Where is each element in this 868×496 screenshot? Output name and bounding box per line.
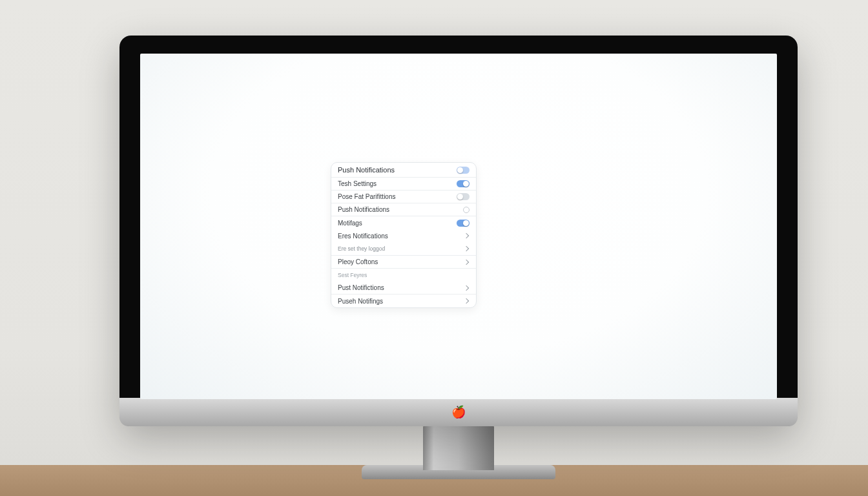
row-label: Eres Notifications bbox=[338, 232, 388, 240]
monitor-chin: 🍎 bbox=[119, 398, 798, 426]
monitor-stand-neck bbox=[423, 425, 494, 470]
toggle-switch[interactable] bbox=[457, 193, 470, 200]
row-label: Push Notifications bbox=[338, 206, 389, 213]
settings-row: Sest Feyres bbox=[331, 269, 476, 282]
settings-row: Push Notifications bbox=[331, 203, 476, 216]
row-label: Motifags bbox=[338, 220, 362, 227]
toggle-knob bbox=[457, 167, 463, 173]
row-label: Push Notifications bbox=[338, 166, 395, 174]
toggle-switch[interactable] bbox=[457, 167, 470, 174]
row-label: Ere set they loggod bbox=[338, 245, 385, 252]
settings-row[interactable]: Pust Notifictions bbox=[331, 282, 476, 294]
chevron-right-icon bbox=[464, 246, 469, 251]
chevron-right-icon bbox=[464, 259, 469, 264]
toggle-switch[interactable] bbox=[457, 220, 470, 227]
apple-logo-icon: 🍎 bbox=[451, 405, 466, 419]
settings-row[interactable]: Pleoy Coftons bbox=[331, 256, 476, 269]
chevron-right-icon bbox=[464, 298, 469, 304]
row-label: Tesh Settings bbox=[338, 180, 377, 187]
settings-row: Tesh Settings bbox=[331, 178, 476, 191]
settings-row: Push Notifications bbox=[331, 163, 476, 178]
row-label: Sest Feyres bbox=[338, 272, 367, 278]
settings-row[interactable]: Puseh Notifings bbox=[331, 294, 476, 307]
settings-row[interactable]: Ere set they loggod bbox=[331, 242, 476, 256]
notification-settings-card: Push NotificationsTesh SettingsPose Fat … bbox=[331, 162, 477, 308]
toggle-knob bbox=[457, 194, 463, 200]
toggle-switch[interactable] bbox=[457, 180, 470, 187]
row-label: Pleoy Coftons bbox=[338, 258, 378, 265]
toggle-knob bbox=[463, 181, 469, 187]
row-label: Puseh Notifings bbox=[338, 298, 383, 305]
chevron-right-icon bbox=[464, 233, 469, 238]
toggle-knob bbox=[463, 220, 469, 226]
row-label: Pose Fat Parifittions bbox=[338, 193, 395, 200]
settings-row[interactable]: Eres Notifications bbox=[331, 229, 476, 242]
chevron-right-icon bbox=[464, 285, 469, 290]
settings-row: Motifags bbox=[331, 216, 476, 229]
display-screen: Push NotificationsTesh SettingsPose Fat … bbox=[140, 54, 777, 399]
row-label: Pust Notifictions bbox=[338, 284, 384, 291]
settings-row: Pose Fat Parifittions bbox=[331, 191, 476, 203]
circle-icon bbox=[463, 207, 470, 213]
